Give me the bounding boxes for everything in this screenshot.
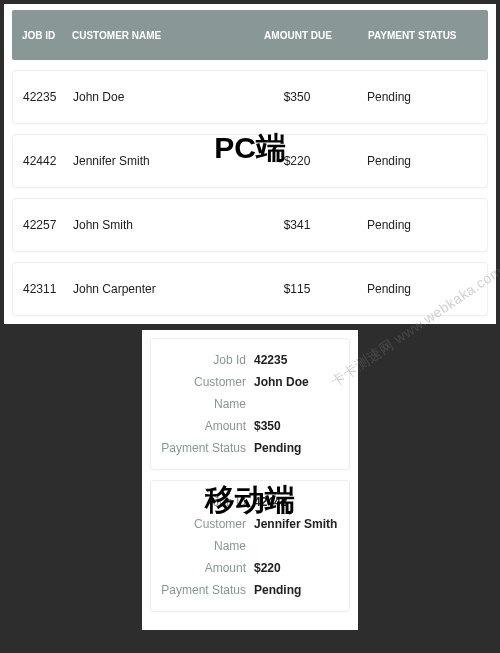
cell-job-id: 42257 <box>23 218 73 232</box>
cell-customer-name: John Doe <box>73 90 237 104</box>
mobile-value-job-id: 42235 <box>254 349 341 371</box>
header-customer-name: CUSTOMER NAME <box>72 30 238 41</box>
table-row: 42235 John Doe $350 Pending <box>12 70 488 124</box>
mobile-label-customer-name: Customer Name <box>159 513 254 557</box>
mobile-label-job-id: Job Id <box>159 491 254 513</box>
cell-amount: $220 <box>237 154 357 168</box>
mobile-label-payment-status: Payment Status <box>159 579 254 601</box>
header-payment-status: PAYMENT STATUS <box>358 30 478 41</box>
mobile-value-job-id: 42442 <box>254 491 341 513</box>
mobile-value-amount: $350 <box>254 415 341 437</box>
mobile-label-payment-status: Payment Status <box>159 437 254 459</box>
cell-amount: $341 <box>237 218 357 232</box>
table-row: 42257 John Smith $341 Pending <box>12 198 488 252</box>
mobile-label-amount: Amount <box>159 415 254 437</box>
cell-status: Pending <box>357 90 477 104</box>
cell-amount: $115 <box>237 282 357 296</box>
header-job-id: JOB ID <box>22 30 72 41</box>
cell-job-id: 42442 <box>23 154 73 168</box>
cell-customer-name: John Carpenter <box>73 282 237 296</box>
cell-job-id: 42235 <box>23 90 73 104</box>
mobile-label-job-id: Job Id <box>159 349 254 371</box>
cell-customer-name: Jennifer Smith <box>73 154 237 168</box>
mobile-label-customer-name: Customer Name <box>159 371 254 415</box>
cell-amount: $350 <box>237 90 357 104</box>
mobile-value-payment-status: Pending <box>254 579 341 601</box>
mobile-value-customer-name: John Doe <box>254 371 341 415</box>
table-header-row: JOB ID CUSTOMER NAME AMOUNT DUE PAYMENT … <box>12 10 488 60</box>
cell-status: Pending <box>357 218 477 232</box>
cell-status: Pending <box>357 282 477 296</box>
desktop-table-panel: JOB ID CUSTOMER NAME AMOUNT DUE PAYMENT … <box>4 4 496 324</box>
mobile-label-amount: Amount <box>159 557 254 579</box>
cell-job-id: 42311 <box>23 282 73 296</box>
mobile-value-customer-name: Jennifer Smith <box>254 513 341 557</box>
mobile-card: Job Id42442 Customer NameJennifer Smith … <box>150 480 350 612</box>
table-row: 42311 John Carpenter $115 Pending <box>12 262 488 316</box>
cell-customer-name: John Smith <box>73 218 237 232</box>
mobile-value-payment-status: Pending <box>254 437 341 459</box>
header-amount-due: AMOUNT DUE <box>238 30 358 41</box>
cell-status: Pending <box>357 154 477 168</box>
mobile-cards-panel: Job Id42235 Customer NameJohn Doe Amount… <box>142 330 358 630</box>
mobile-value-amount: $220 <box>254 557 341 579</box>
table-row: 42442 Jennifer Smith $220 Pending <box>12 134 488 188</box>
mobile-card: Job Id42235 Customer NameJohn Doe Amount… <box>150 338 350 470</box>
